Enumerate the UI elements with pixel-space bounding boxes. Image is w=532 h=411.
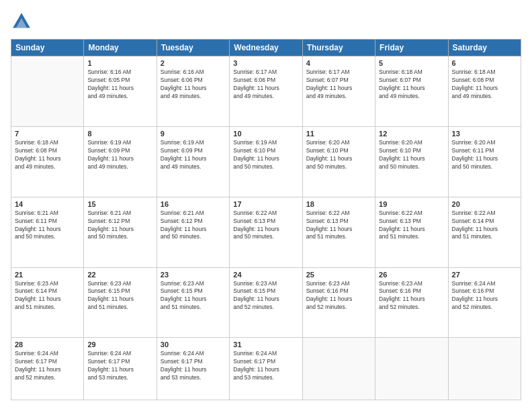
calendar-cell: 29Sunrise: 6:24 AM Sunset: 6:17 PM Dayli…	[84, 338, 157, 400]
cell-info: Sunrise: 6:19 AM Sunset: 6:09 PM Dayligh…	[87, 139, 152, 171]
cell-info: Sunrise: 6:18 AM Sunset: 6:08 PM Dayligh…	[15, 139, 80, 171]
day-number: 22	[87, 271, 152, 279]
day-number: 1	[87, 59, 152, 67]
calendar-cell: 19Sunrise: 6:22 AM Sunset: 6:13 PM Dayli…	[375, 197, 448, 267]
day-header-tuesday: Tuesday	[157, 40, 229, 56]
week-row-1: 7Sunrise: 6:18 AM Sunset: 6:08 PM Daylig…	[11, 126, 521, 197]
day-number: 31	[233, 340, 298, 349]
calendar-cell: 5Sunrise: 6:18 AM Sunset: 6:07 PM Daylig…	[375, 56, 448, 127]
cell-info: Sunrise: 6:23 AM Sunset: 6:15 PM Dayligh…	[233, 280, 298, 312]
day-number: 28	[15, 340, 80, 349]
calendar-cell: 3Sunrise: 6:17 AM Sunset: 6:06 PM Daylig…	[230, 56, 302, 127]
cell-info: Sunrise: 6:18 AM Sunset: 6:08 PM Dayligh…	[452, 68, 517, 101]
calendar-cell: 13Sunrise: 6:20 AM Sunset: 6:11 PM Dayli…	[448, 126, 521, 197]
calendar-cell: 20Sunrise: 6:22 AM Sunset: 6:14 PM Dayli…	[448, 197, 521, 267]
day-number: 11	[306, 130, 371, 138]
cell-info: Sunrise: 6:23 AM Sunset: 6:16 PM Dayligh…	[306, 280, 371, 312]
calendar-cell: 7Sunrise: 6:18 AM Sunset: 6:08 PM Daylig…	[11, 126, 84, 197]
day-header-thursday: Thursday	[302, 40, 375, 56]
day-number: 13	[452, 130, 517, 138]
calendar: SundayMondayTuesdayWednesdayThursdayFrid…	[11, 39, 521, 400]
cell-info: Sunrise: 6:16 AM Sunset: 6:06 PM Dayligh…	[161, 68, 226, 101]
calendar-cell: 12Sunrise: 6:20 AM Sunset: 6:10 PM Dayli…	[375, 126, 448, 197]
day-header-saturday: Saturday	[448, 40, 521, 56]
cell-info: Sunrise: 6:23 AM Sunset: 6:15 PM Dayligh…	[87, 280, 152, 312]
cell-info: Sunrise: 6:20 AM Sunset: 6:11 PM Dayligh…	[452, 139, 517, 171]
cell-info: Sunrise: 6:21 AM Sunset: 6:11 PM Dayligh…	[15, 210, 80, 242]
calendar-cell: 15Sunrise: 6:21 AM Sunset: 6:12 PM Dayli…	[84, 197, 157, 267]
calendar-cell	[448, 338, 521, 400]
week-row-3: 21Sunrise: 6:23 AM Sunset: 6:14 PM Dayli…	[11, 267, 521, 338]
calendar-cell: 16Sunrise: 6:21 AM Sunset: 6:12 PM Dayli…	[157, 197, 229, 267]
calendar-cell: 10Sunrise: 6:19 AM Sunset: 6:10 PM Dayli…	[230, 126, 302, 197]
cell-info: Sunrise: 6:24 AM Sunset: 6:17 PM Dayligh…	[233, 350, 298, 382]
cell-info: Sunrise: 6:20 AM Sunset: 6:10 PM Dayligh…	[379, 139, 444, 171]
day-number: 24	[233, 271, 298, 279]
day-number: 3	[233, 59, 298, 67]
logo-icon	[11, 11, 32, 32]
day-number: 25	[306, 271, 371, 279]
cell-info: Sunrise: 6:21 AM Sunset: 6:12 PM Dayligh…	[87, 210, 152, 242]
cell-info: Sunrise: 6:22 AM Sunset: 6:14 PM Dayligh…	[452, 210, 517, 242]
week-row-4: 28Sunrise: 6:24 AM Sunset: 6:17 PM Dayli…	[11, 338, 521, 400]
logo	[11, 11, 35, 32]
day-number: 8	[87, 130, 152, 138]
cell-info: Sunrise: 6:23 AM Sunset: 6:16 PM Dayligh…	[379, 280, 444, 312]
calendar-cell: 31Sunrise: 6:24 AM Sunset: 6:17 PM Dayli…	[230, 338, 302, 400]
day-number: 12	[379, 130, 444, 138]
calendar-cell	[375, 338, 448, 400]
day-header-friday: Friday	[375, 40, 448, 56]
calendar-cell: 23Sunrise: 6:23 AM Sunset: 6:15 PM Dayli…	[157, 267, 229, 338]
calendar-cell: 4Sunrise: 6:17 AM Sunset: 6:07 PM Daylig…	[302, 56, 375, 127]
day-number: 23	[161, 271, 226, 279]
day-number: 19	[379, 200, 444, 208]
calendar-cell	[302, 338, 375, 400]
page: SundayMondayTuesdayWednesdayThursdayFrid…	[0, 0, 532, 411]
calendar-cell: 2Sunrise: 6:16 AM Sunset: 6:06 PM Daylig…	[157, 56, 229, 127]
calendar-cell: 26Sunrise: 6:23 AM Sunset: 6:16 PM Dayli…	[375, 267, 448, 338]
calendar-cell: 21Sunrise: 6:23 AM Sunset: 6:14 PM Dayli…	[11, 267, 84, 338]
cell-info: Sunrise: 6:22 AM Sunset: 6:13 PM Dayligh…	[379, 210, 444, 242]
day-number: 17	[233, 200, 298, 208]
day-number: 21	[15, 271, 80, 279]
cell-info: Sunrise: 6:24 AM Sunset: 6:17 PM Dayligh…	[15, 350, 80, 382]
day-number: 9	[161, 130, 226, 138]
cell-info: Sunrise: 6:17 AM Sunset: 6:06 PM Dayligh…	[233, 68, 298, 101]
calendar-cell: 11Sunrise: 6:20 AM Sunset: 6:10 PM Dayli…	[302, 126, 375, 197]
cell-info: Sunrise: 6:16 AM Sunset: 6:05 PM Dayligh…	[87, 68, 152, 101]
day-number: 14	[15, 200, 80, 208]
week-row-2: 14Sunrise: 6:21 AM Sunset: 6:11 PM Dayli…	[11, 197, 521, 267]
calendar-table: SundayMondayTuesdayWednesdayThursdayFrid…	[11, 39, 521, 400]
day-header-wednesday: Wednesday	[230, 40, 302, 56]
cell-info: Sunrise: 6:23 AM Sunset: 6:14 PM Dayligh…	[15, 280, 80, 312]
day-number: 15	[87, 200, 152, 208]
day-number: 4	[306, 59, 371, 67]
day-number: 16	[161, 200, 226, 208]
cell-info: Sunrise: 6:21 AM Sunset: 6:12 PM Dayligh…	[161, 210, 226, 242]
cell-info: Sunrise: 6:19 AM Sunset: 6:09 PM Dayligh…	[161, 139, 226, 171]
cell-info: Sunrise: 6:17 AM Sunset: 6:07 PM Dayligh…	[306, 68, 371, 101]
calendar-cell: 17Sunrise: 6:22 AM Sunset: 6:13 PM Dayli…	[230, 197, 302, 267]
cell-info: Sunrise: 6:22 AM Sunset: 6:13 PM Dayligh…	[306, 210, 371, 242]
header	[11, 11, 521, 32]
day-number: 10	[233, 130, 298, 138]
cell-info: Sunrise: 6:24 AM Sunset: 6:17 PM Dayligh…	[87, 350, 152, 382]
calendar-cell: 8Sunrise: 6:19 AM Sunset: 6:09 PM Daylig…	[84, 126, 157, 197]
day-number: 18	[306, 200, 371, 208]
day-header-monday: Monday	[84, 40, 157, 56]
calendar-cell: 1Sunrise: 6:16 AM Sunset: 6:05 PM Daylig…	[84, 56, 157, 127]
day-number: 6	[452, 59, 517, 67]
calendar-cell: 30Sunrise: 6:24 AM Sunset: 6:17 PM Dayli…	[157, 338, 229, 400]
day-number: 29	[87, 340, 152, 349]
day-number: 30	[161, 340, 226, 349]
week-row-0: 1Sunrise: 6:16 AM Sunset: 6:05 PM Daylig…	[11, 56, 521, 127]
day-number: 2	[161, 59, 226, 67]
day-number: 7	[15, 130, 80, 138]
calendar-cell: 28Sunrise: 6:24 AM Sunset: 6:17 PM Dayli…	[11, 338, 84, 400]
cell-info: Sunrise: 6:24 AM Sunset: 6:17 PM Dayligh…	[161, 350, 226, 382]
calendar-cell: 25Sunrise: 6:23 AM Sunset: 6:16 PM Dayli…	[302, 267, 375, 338]
cell-info: Sunrise: 6:20 AM Sunset: 6:10 PM Dayligh…	[306, 139, 371, 171]
calendar-cell: 22Sunrise: 6:23 AM Sunset: 6:15 PM Dayli…	[84, 267, 157, 338]
calendar-cell: 9Sunrise: 6:19 AM Sunset: 6:09 PM Daylig…	[157, 126, 229, 197]
calendar-cell: 6Sunrise: 6:18 AM Sunset: 6:08 PM Daylig…	[448, 56, 521, 127]
